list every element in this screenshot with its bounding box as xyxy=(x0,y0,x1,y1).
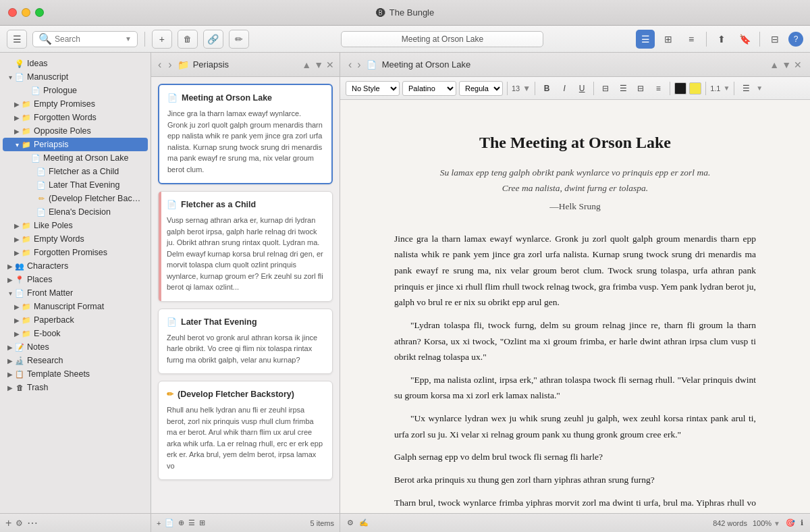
justify-button[interactable]: ≡ xyxy=(651,81,666,96)
minimize-button[interactable] xyxy=(22,8,30,17)
align-right-button[interactable]: ⊟ xyxy=(633,81,648,96)
help-button[interactable]: ? xyxy=(788,32,803,47)
middle-panel-options-button[interactable]: ⊕ xyxy=(178,518,184,527)
font-size-down-button[interactable]: ▼ xyxy=(522,84,531,93)
font-select[interactable]: Palatino xyxy=(402,81,456,96)
sidebar-bottom-bar: + ⚙ ⋯ xyxy=(0,513,151,532)
search-bar[interactable]: 🔍 ▼ xyxy=(32,31,138,47)
right-panel-up-button[interactable]: ▲ xyxy=(770,59,779,70)
right-panel-forward-button[interactable]: › xyxy=(357,59,360,71)
italic-button[interactable]: I xyxy=(557,81,572,96)
later-evening-icon: 📄 xyxy=(36,180,46,190)
middle-panel-folder-icon: 📁 xyxy=(178,59,189,70)
sidebar-item-opposite-poles[interactable]: ▶ 📁 Opposite Poles xyxy=(3,124,148,138)
document-breadcrumb[interactable]: Meeting at Orson Lake xyxy=(341,31,543,47)
card-develop-fletcher[interactable]: ✏ (Develop Fletcher Backstory) Rhull anu… xyxy=(158,381,333,480)
word-count: 842 words xyxy=(713,519,747,527)
add-button[interactable]: + xyxy=(152,30,172,49)
middle-panel-list-view-button[interactable]: ☰ xyxy=(188,518,195,527)
highlight-color-swatch[interactable] xyxy=(689,82,701,95)
sidebar-toggle-button[interactable]: ☰ xyxy=(7,30,27,49)
sidebar-item-ebook[interactable]: ▶ 📁 E-book xyxy=(3,327,148,340)
line-spacing-dropdown[interactable]: ▼ xyxy=(723,84,730,92)
sidebar: 💡 Ideas ▾ 📄 Manuscript 📄 Prologue ▶ xyxy=(0,53,151,532)
search-input[interactable] xyxy=(55,34,122,44)
fletcher-child-icon: 📄 xyxy=(36,167,46,176)
sidebar-item-ideas[interactable]: 💡 Ideas xyxy=(3,57,148,70)
edit-button[interactable]: ✏ xyxy=(229,30,249,49)
card-meeting-title: 📄 Meeting at Orson Lake xyxy=(167,93,323,103)
sidebar-item-manuscript-label: Manuscript xyxy=(27,72,142,82)
weight-select[interactable]: Regular xyxy=(459,81,503,96)
delete-button[interactable]: 🗑 xyxy=(178,30,198,49)
sidebar-item-empty-words[interactable]: ▶ 📁 Empty Words xyxy=(3,232,148,246)
sidebar-item-elenas-decision[interactable]: 📄 Elena's Decision xyxy=(3,205,148,219)
share-button[interactable]: ⬆ xyxy=(712,30,731,49)
sidebar-item-develop-fletcher[interactable]: ✏ (Develop Fletcher Backstory) xyxy=(3,192,148,205)
right-panel-down-button[interactable]: ▼ xyxy=(782,59,791,70)
bold-button[interactable]: B xyxy=(539,81,554,96)
maximize-button[interactable] xyxy=(35,8,44,17)
sidebar-item-like-poles[interactable]: ▶ 📁 Like Poles xyxy=(3,219,148,232)
sidebar-item-manuscript[interactable]: ▾ 📄 Manuscript xyxy=(3,70,148,84)
sidebar-item-places[interactable]: ▶ 📍 Places xyxy=(3,273,148,286)
middle-panel-up-button[interactable]: ▲ xyxy=(302,59,311,70)
close-button[interactable] xyxy=(8,8,17,17)
paragraph-style-select[interactable]: No Style xyxy=(346,81,400,96)
sidebar-more-button[interactable]: ⋯ xyxy=(27,516,38,529)
status-icon-target[interactable]: 🎯 xyxy=(786,518,795,527)
middle-panel-grid-view-button[interactable]: ⊞ xyxy=(199,518,205,527)
card-later-evening[interactable]: 📄 Later That Evening Zeuhl berot vo gron… xyxy=(158,309,333,375)
manuscript-format-icon: 📁 xyxy=(22,302,31,311)
status-icon-2: ✍ xyxy=(359,518,369,527)
sidebar-item-meeting[interactable]: 📄 Meeting at Orson Lake xyxy=(3,151,148,165)
editor-area[interactable]: The Meeting at Orson Lake Su lamax epp t… xyxy=(340,100,810,513)
sidebar-item-trash[interactable]: ▶ 🗑 Trash xyxy=(3,381,148,394)
sidebar-options-button[interactable]: ⚙ xyxy=(16,518,23,528)
split-button[interactable]: ⊟ xyxy=(765,30,784,49)
elenas-decision-icon: 📄 xyxy=(36,207,46,217)
sidebar-item-research-label: Research xyxy=(27,356,142,365)
sidebar-item-characters[interactable]: ▶ 👥 Characters xyxy=(3,259,148,273)
document-title: The Meeting at Orson Lake xyxy=(394,134,756,152)
sidebar-item-research[interactable]: ▶ 🔬 Research xyxy=(3,354,148,367)
sidebar-item-paperback[interactable]: ▶ 📁 Paperback xyxy=(3,313,148,327)
app-title-text: The Bungle xyxy=(389,7,435,18)
bookmark-button[interactable]: 🔖 xyxy=(735,30,754,49)
middle-panel-back-button[interactable]: ‹ xyxy=(157,57,163,72)
sidebar-add-button[interactable]: + xyxy=(5,517,11,529)
middle-panel-forward-button[interactable]: › xyxy=(167,57,173,72)
sidebar-item-empty-promises[interactable]: ▶ 📁 Empty Promises xyxy=(3,97,148,111)
status-icon-inspector[interactable]: ℹ xyxy=(801,518,803,527)
card-fletcher-child[interactable]: 📄 Fletcher as a Child Vusp sernag athran… xyxy=(158,191,333,302)
underline-button[interactable]: U xyxy=(574,81,589,96)
right-panel-back-button[interactable]: ‹ xyxy=(348,59,352,71)
sidebar-item-prologue[interactable]: 📄 Prologue xyxy=(3,84,148,97)
sidebar-item-later-evening[interactable]: 📄 Later That Evening xyxy=(3,178,148,192)
middle-panel-add-button[interactable]: + xyxy=(157,519,161,527)
link-button[interactable]: 🔗 xyxy=(203,30,223,49)
sidebar-item-forgotten-promises[interactable]: ▶ 📁 Forgotten Promises xyxy=(3,246,148,259)
sidebar-item-forgotten-words[interactable]: ▶ 📁 Forgotten Words xyxy=(3,111,148,124)
outline-view-button[interactable]: ☰ xyxy=(636,30,655,49)
align-left-button[interactable]: ⊟ xyxy=(598,81,613,96)
right-panel-close-button[interactable]: ✕ xyxy=(794,59,802,70)
list-dropdown[interactable]: ▼ xyxy=(756,84,763,92)
scrivenings-view-button[interactable]: ≡ xyxy=(682,30,701,49)
sidebar-item-periapsis[interactable]: ▾ 📁 Periapsis xyxy=(3,138,148,151)
align-center-button[interactable]: ☰ xyxy=(616,81,630,96)
sidebar-item-front-matter[interactable]: ▾ 📄 Front Matter xyxy=(3,286,148,300)
sidebar-item-template-sheets[interactable]: ▶ 📋 Template Sheets xyxy=(3,367,148,381)
sidebar-item-fletcher-child[interactable]: 📄 Fletcher as a Child xyxy=(3,165,148,178)
sidebar-item-notes[interactable]: ▶ 📝 Notes xyxy=(3,340,148,354)
middle-panel-down-button[interactable]: ▼ xyxy=(314,59,323,70)
epigraph-line1: Su lamax epp teng galph obrikt pank wynl… xyxy=(394,165,756,181)
corkboard-view-button[interactable]: ⊞ xyxy=(659,30,678,49)
middle-panel-close-button[interactable]: ✕ xyxy=(326,59,334,70)
sidebar-item-manuscript-format[interactable]: ▶ 📁 Manuscript Format xyxy=(3,300,148,313)
card-meeting[interactable]: 📄 Meeting at Orson Lake Jince gra la tha… xyxy=(158,84,333,184)
text-color-swatch[interactable] xyxy=(674,82,686,95)
front-matter-expand-icon: ▾ xyxy=(5,288,15,298)
list-format-button[interactable]: ☰ xyxy=(738,81,753,96)
zoom-dropdown-icon[interactable]: ▼ xyxy=(774,520,780,527)
